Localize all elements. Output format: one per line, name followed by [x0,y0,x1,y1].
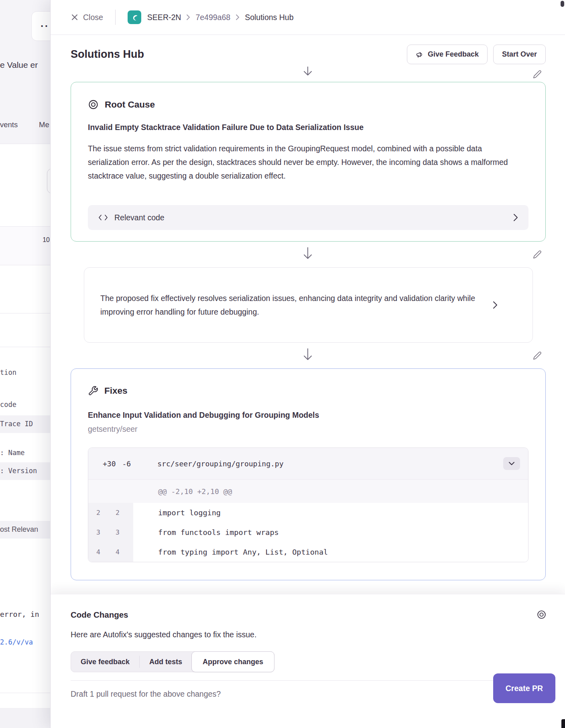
root-cause-body: The issue stems from strict validation r… [88,142,515,183]
label-name: : Name [0,449,24,457]
breadcrumb-project[interactable]: SEER-2N [147,13,181,22]
flow-arrow-row [51,242,565,267]
diff-file-header: +30 -6 src/seer/grouping/grouping.py [88,448,528,479]
relevant-code-row[interactable]: Relevant code [88,205,528,230]
give-feedback-label: Give Feedback [428,50,479,59]
fix-repo: getsentry/seer [88,425,528,434]
stacktrace-link-fragment[interactable]: 2.6/v/va [0,638,33,646]
page-title-row: Solutions Hub Give Feedback Start Over [51,35,565,67]
stacktrace-fragment: error, in [0,610,39,618]
target-icon[interactable] [537,610,547,620]
create-pr-button[interactable]: Create PR [493,673,555,703]
label-fragment-code: code [0,401,16,409]
scrollbar-end[interactable] [561,719,565,728]
tab-events-fragment[interactable]: vents [0,120,18,129]
arrow-down-icon [303,247,313,262]
draft-pr-prompt: Draft 1 pull request for the above chang… [71,689,221,698]
chevron-right-icon[interactable] [493,301,498,309]
start-over-button[interactable]: Start Over [493,45,546,64]
give-feedback-segment[interactable]: Give feedback [71,652,139,672]
code-changes-title: Code Changes [71,610,537,620]
root-cause-headline: Invalid Empty Stacktrace Validation Fail… [88,122,528,133]
start-over-label: Start Over [502,50,537,59]
chevron-right-icon [236,14,240,20]
label-fragment-tion: tion [0,368,16,376]
diff-deletions: -6 [122,460,131,468]
diff-line: 44 from typing import Any, List, Optiona… [88,542,528,562]
collapse-diff-button[interactable] [503,457,520,470]
insight-text: The proposed fix effectively resolves se… [100,291,486,319]
fixes-title: Fixes [104,386,128,396]
seer-project-icon [128,10,141,24]
drawer-header: Close SEER-2N 7e499a68 Solutions Hub [51,0,565,35]
code-changes-description: Here are Autofix's suggested changes to … [71,630,565,639]
page-title: Solutions Hub [71,48,407,61]
flow-arrow-row [51,343,565,368]
insight-card[interactable]: The proposed fix effectively resolves se… [84,267,533,343]
diff-file-box: +30 -6 src/seer/grouping/grouping.py @@ … [88,447,528,562]
wrench-icon [88,386,98,396]
diff-line-code: from typing import Any, List, Optional [133,542,328,562]
divider [0,313,51,313]
diff-line-gutter: 44 [88,542,133,562]
draft-pr-row: Draft 1 pull request for the above chang… [71,680,555,699]
close-icon [71,13,79,21]
add-tests-segment[interactable]: Add tests [140,652,192,672]
divider [0,265,51,265]
table-row [0,227,51,265]
close-button[interactable]: Close [71,13,103,22]
diff-line-gutter: 33 [88,523,133,542]
diff-line-code: import logging [133,503,221,523]
solutions-hub-drawer: Close SEER-2N 7e499a68 Solutions Hub Sol… [50,0,565,728]
section-label-fragment: ost Relevan [0,525,38,534]
row-value-fragment: 10 [0,236,50,244]
code-brackets-icon [98,214,108,221]
diff-hunk-row: @@ -2,10 +2,10 @@ [88,479,528,503]
divider [0,693,51,693]
diff-line-gutter: 22 [88,503,133,523]
chevron-right-icon [186,14,190,20]
edit-pencil-icon[interactable] [533,70,542,79]
flow-arrow-row [51,67,565,82]
background-issue-title-fragment: e Value er [0,60,38,70]
give-feedback-button[interactable]: Give Feedback [407,45,488,64]
arrow-down-icon [303,348,313,363]
breadcrumb-current: Solutions Hub [245,13,293,22]
code-changes-actions: Give feedback Add tests Approve changes [71,651,274,672]
close-label: Close [83,13,103,22]
root-cause-title: Root Cause [105,100,155,110]
code-changes-panel: Code Changes Here are Autofix's suggeste… [51,594,565,728]
fixes-card: Fixes Enhance Input Validation and Debug… [71,368,546,580]
target-icon [88,99,99,110]
tab-me-fragment[interactable]: Me [39,120,49,129]
edit-pencil-icon[interactable] [533,250,542,259]
label-version: : Version [0,467,37,475]
edit-pencil-icon[interactable] [533,351,542,360]
divider [0,347,51,347]
diff-line: 22 import logging [88,503,528,523]
diff-line-code: from functools import wraps [133,523,279,542]
diff-filename: src/seer/grouping/grouping.py [157,460,283,468]
fix-headline: Enhance Input Validation and Debugging f… [88,411,528,420]
divider [115,10,116,25]
arrow-down-icon [303,67,313,79]
approve-changes-segment[interactable]: Approve changes [191,651,274,672]
label-trace-id: Trace ID [0,420,33,428]
diff-additions: +30 [103,460,116,468]
megaphone-icon [416,51,424,59]
background-page: ·· e Value er vents Me 10 tion code Trac… [0,0,51,728]
diff-line: 33 from functools import wraps [88,523,528,542]
chevron-right-icon [513,214,518,222]
breadcrumb-short-id[interactable]: 7e499a68 [195,13,230,22]
footer-band [0,708,51,728]
root-cause-card: Root Cause Invalid Empty Stacktrace Vali… [71,82,546,242]
relevant-code-label: Relevant code [114,213,165,222]
chevron-down-icon [508,462,515,466]
scrollbar-thumb[interactable] [561,1,564,7]
more-icon: ·· [41,20,49,33]
diff-hunk-header: @@ -2,10 +2,10 @@ [88,487,232,496]
